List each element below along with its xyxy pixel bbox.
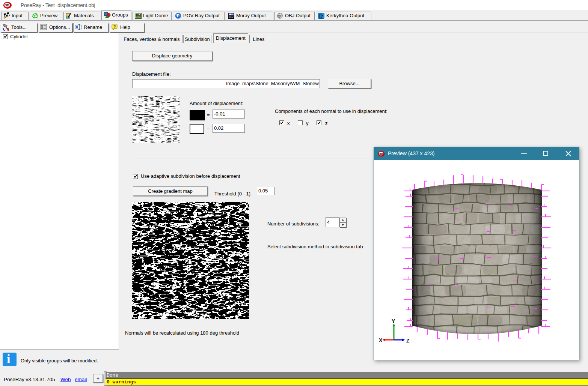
svg-text:Y: Y [392,318,395,324]
svg-text:?: ? [113,24,116,29]
svg-text:Z: Z [406,338,410,344]
svg-text:3D: 3D [5,3,9,7]
svg-text:P: P [177,14,179,18]
svg-text:3D: 3D [379,152,383,156]
svg-text:X: X [379,337,383,343]
